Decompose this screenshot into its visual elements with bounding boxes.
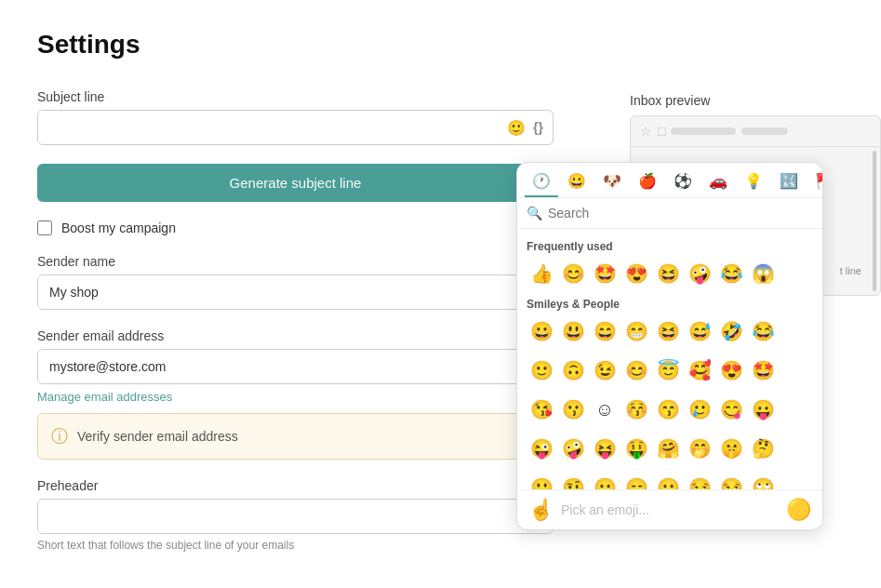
sender-email-label: Sender email address	[37, 328, 554, 343]
smileys-grid-row2: 🙂 🙃 😉 😊 😇 🥰 😍 🤩	[527, 355, 813, 385]
emoji-zipper[interactable]: 🤐	[527, 473, 556, 489]
emoji-sweat-smile[interactable]: 😅	[685, 316, 714, 346]
emoji-tab-recent[interactable]: 🕐	[525, 167, 558, 197]
emoji-tab-symbols[interactable]: 🔣	[772, 167, 806, 197]
emoji-zany2[interactable]: 🤪	[558, 434, 588, 463]
emoji-shush[interactable]: 🤭	[685, 434, 714, 463]
emoji-tab-animals[interactable]: 🐶	[595, 167, 629, 197]
emoji-blush[interactable]: 😊	[621, 355, 651, 385]
emoji-kissing-closed[interactable]: 😚	[621, 394, 651, 424]
emoji-joy[interactable]: 😂	[748, 316, 778, 346]
emoji-grin[interactable]: 😃	[558, 316, 588, 346]
emoji-footer-placeholder: Pick an emoji...	[561, 502, 779, 517]
emoji-laughing[interactable]: 😆	[653, 259, 683, 288]
page-title: Settings	[37, 30, 844, 60]
emoji-rolling[interactable]: 🤣	[716, 316, 746, 346]
frequently-used-grid: 👍 😊 🤩 😍 😆 🤪 😂 😱	[527, 259, 813, 288]
emoji-kissing-smiling[interactable]: 😙	[653, 394, 683, 424]
preheader-input-wrapper	[37, 499, 554, 534]
emoji-grinning[interactable]: 😀	[527, 316, 556, 346]
emoji-tab-smileys[interactable]: 😀	[560, 167, 594, 197]
subject-line-input-wrapper: 🙂 {}	[37, 110, 554, 145]
emoji-tab-objects[interactable]: 💡	[737, 167, 770, 197]
emoji-tab-travel[interactable]: 🚗	[701, 167, 735, 197]
search-icon: 🔍	[527, 206, 542, 220]
emoji-icon[interactable]: 🙂	[507, 119, 526, 137]
emoji-innocent[interactable]: 😇	[653, 355, 683, 385]
boost-campaign-label[interactable]: Boost my campaign	[61, 220, 176, 235]
emoji-roll-eyes[interactable]: 🙄	[748, 473, 778, 489]
emoji-thumbsup[interactable]: 👍	[527, 259, 556, 288]
emoji-laughing2[interactable]: 😆	[653, 316, 683, 346]
verify-email-text: Verify sender email address	[77, 429, 238, 444]
subject-line-input[interactable]	[38, 111, 507, 144]
emoji-tab-activities[interactable]: ⚽	[666, 167, 700, 197]
emoji-squinting-tongue[interactable]: 😝	[590, 434, 620, 463]
preview-subject-tag: t line	[840, 265, 861, 276]
emoji-heart-eyes2[interactable]: 😍	[716, 355, 746, 385]
preheader-input[interactable]	[38, 500, 553, 533]
emoji-heart-eyes[interactable]: 😍	[621, 259, 651, 288]
smileys-grid-row4: 😜 🤪 😝 🤑 🤗 🤭 🤫 🤔	[527, 434, 813, 463]
preheader-label: Preheader	[37, 478, 554, 493]
emoji-relaxed[interactable]: ☺️	[590, 394, 620, 424]
emoji-search-input[interactable]	[548, 206, 813, 220]
smileys-grid-row1: 😀 😃 😄 😁 😆 😅 🤣 😂	[527, 316, 813, 346]
generate-subject-line-button[interactable]: Generate subject line	[37, 164, 554, 202]
emoji-wink-tongue[interactable]: 😜	[527, 434, 556, 463]
emoji-shocked[interactable]: 😱	[748, 259, 778, 288]
emoji-unamused[interactable]: 😒	[716, 473, 746, 489]
emoji-upside[interactable]: 🙃	[558, 355, 588, 385]
sender-email-group: Sender email address Manage email addres…	[37, 328, 554, 460]
emoji-kissing-heart[interactable]: 😘	[527, 394, 556, 424]
square-icon: □	[658, 124, 665, 139]
smileys-grid-row3: 😘 😗 ☺️ 😚 😙 🥲 😋 😛	[527, 394, 813, 424]
emoji-slight-smile[interactable]: 🙂	[527, 355, 556, 385]
emoji-wink[interactable]: 😉	[590, 355, 620, 385]
emoji-raised-eyebrow[interactable]: 🤨	[558, 473, 588, 489]
smileys-grid-row5: 🤐 🤨 😐 😑 😶 😏 😒 🙄	[527, 473, 813, 489]
emoji-tab-food[interactable]: 🍎	[631, 167, 664, 197]
emoji-zany[interactable]: 🤪	[685, 259, 714, 288]
preheader-help-text: Short text that follows the subject line…	[37, 539, 554, 552]
emoji-holding-back[interactable]: 🥲	[685, 394, 714, 424]
sender-email-input[interactable]	[38, 350, 553, 383]
emoji-search-box: 🔍	[517, 198, 822, 229]
emoji-tab-flags[interactable]: 🚩	[808, 167, 823, 197]
emoji-hushed[interactable]: 🤫	[716, 434, 746, 463]
emoji-footer-dot: 🟡	[786, 498, 811, 522]
emoji-beam[interactable]: 😁	[621, 316, 651, 346]
emoji-tabs: 🕐 😀 🐶 🍎 ⚽ 🚗 💡 🔣 🚩	[517, 163, 822, 198]
emoji-rofl[interactable]: 😂	[716, 259, 746, 288]
inbox-preview-bar: ☆ □	[630, 115, 881, 147]
emoji-kissing[interactable]: 😗	[558, 394, 588, 424]
subject-line-label: Subject line	[37, 89, 554, 104]
emoji-smirk[interactable]: 😏	[685, 473, 714, 489]
sender-name-label: Sender name	[37, 254, 554, 269]
boost-campaign-checkbox[interactable]	[37, 220, 52, 235]
emoji-neutral[interactable]: 😐	[590, 473, 620, 489]
sender-name-input[interactable]	[38, 275, 553, 309]
merge-tags-icon[interactable]: {}	[533, 120, 543, 135]
emoji-footer: ☝️ Pick an emoji... 🟡	[517, 489, 822, 529]
preheader-group: Preheader Short text that follows the su…	[37, 478, 554, 552]
emoji-big-smile[interactable]: 😄	[590, 316, 620, 346]
emoji-thinking[interactable]: 🤔	[748, 434, 778, 463]
emoji-starstruck2[interactable]: 🤩	[748, 355, 778, 385]
emoji-body: Frequently used 👍 😊 🤩 😍 😆 🤪 😂 😱 Smileys …	[517, 229, 822, 489]
emoji-yum[interactable]: 😋	[716, 394, 746, 424]
emoji-smiling-hearts[interactable]: 🥰	[685, 355, 714, 385]
emoji-no-mouth[interactable]: 😶	[653, 473, 683, 489]
manage-email-addresses-link[interactable]: Manage email addresses	[37, 390, 172, 404]
scroll-bar	[873, 151, 876, 291]
emoji-starstruck[interactable]: 🤩	[590, 259, 620, 288]
emoji-expressionless[interactable]: 😑	[621, 473, 651, 489]
emoji-stuck-out[interactable]: 😛	[748, 394, 778, 424]
emoji-hugging[interactable]: 🤗	[653, 434, 683, 463]
frequently-used-title: Frequently used	[527, 240, 813, 253]
emoji-smile[interactable]: 😊	[558, 259, 588, 288]
preview-line-1	[671, 127, 736, 135]
emoji-money[interactable]: 🤑	[621, 434, 651, 463]
preview-line-2	[741, 127, 788, 135]
sender-name-group: Sender name	[37, 254, 554, 310]
